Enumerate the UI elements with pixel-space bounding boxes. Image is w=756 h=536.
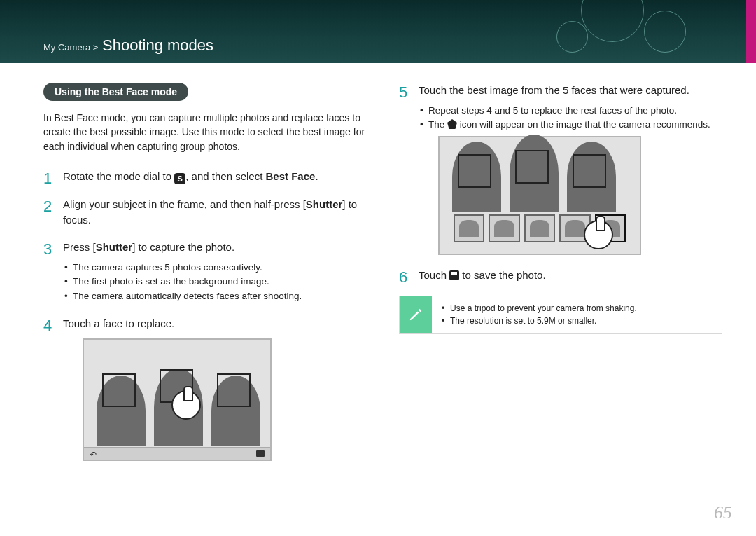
- step-text: Align your subject in the frame, and the…: [63, 198, 306, 210]
- note-bullet: Use a tripod to prevent your camera from…: [442, 302, 712, 315]
- note-pen-icon: [400, 296, 432, 333]
- step-text: Rotate the mode dial to: [63, 170, 174, 182]
- step-5-bullets: Repeat steps 4 and 5 to replace the rest…: [419, 104, 722, 132]
- step-4: 4 Touch a face to replace. ↶: [43, 316, 367, 461]
- steps-list-right: 5 Touch the best image from the 5 faces …: [399, 83, 722, 283]
- step-number: 3: [43, 238, 52, 261]
- face-box-icon: [102, 373, 136, 407]
- step-text: , and then select: [186, 170, 265, 182]
- bullet-text: The: [428, 119, 447, 130]
- step-3: 3 Press [Shutter] to capture the photo. …: [43, 240, 367, 303]
- page-title: Shooting modes: [102, 36, 214, 54]
- step-text: Press [: [63, 241, 96, 253]
- header-decor: [518, 0, 728, 63]
- step-number: 1: [43, 167, 52, 190]
- figure-select-best: [438, 136, 641, 255]
- breadcrumb-parent: My Camera >: [43, 42, 98, 53]
- step-bold: Shutter: [96, 241, 133, 253]
- steps-list-left: 1 Rotate the mode dial to S, and then se…: [43, 169, 367, 461]
- mode-dial-s-icon: S: [174, 173, 186, 184]
- bullet-text: icon will appear on the image that the c…: [457, 119, 710, 130]
- face-thumb: [489, 214, 519, 242]
- face-box-icon: [217, 373, 251, 407]
- breadcrumb: My Camera > Shooting modes: [43, 36, 214, 55]
- figure-touch-face: ↶: [83, 338, 272, 461]
- note-box: Use a tripod to prevent your camera from…: [399, 296, 722, 334]
- step-number: 2: [43, 195, 52, 218]
- recommend-icon: [447, 119, 457, 129]
- step-1: 1 Rotate the mode dial to S, and then se…: [43, 169, 367, 184]
- face-thumb: [524, 214, 555, 242]
- face-box-icon: [573, 154, 606, 188]
- step-6: 6 Touch to save the photo.: [399, 268, 722, 283]
- step-2: 2 Align your subject in the frame, and t…: [43, 197, 367, 228]
- page-header: My Camera > Shooting modes: [0, 0, 756, 63]
- note-bullet: The resolution is set to 5.9M or smaller…: [442, 315, 712, 327]
- face-box-icon: [458, 154, 491, 188]
- step-text: Touch: [419, 269, 449, 281]
- figure-toolbar: ↶: [84, 447, 270, 460]
- accent-bar: [746, 0, 756, 63]
- step-number: 4: [43, 315, 52, 337]
- bullet: The icon will appear on the image that t…: [419, 118, 722, 132]
- step-text: .: [315, 170, 318, 182]
- left-column: Using the Best Face mode In Best Face mo…: [43, 83, 367, 474]
- page-number: 65: [714, 502, 732, 523]
- face-thumb: [454, 214, 484, 242]
- bullet: Repeat steps 4 and 5 to replace the rest…: [419, 104, 722, 118]
- content-area: Using the Best Face mode In Best Face mo…: [0, 63, 756, 474]
- save-icon: [449, 270, 459, 280]
- touch-hand-icon: [172, 390, 201, 420]
- step-text: ] to capture the photo.: [132, 241, 234, 253]
- intro-text: In Best Face mode, you can capture multi…: [43, 111, 367, 153]
- step-text: Touch a face to replace.: [63, 317, 174, 329]
- bullet: The first photo is set as the background…: [63, 275, 367, 289]
- section-heading-pill: Using the Best Face mode: [43, 83, 188, 101]
- step-text: to save the photo.: [459, 269, 545, 281]
- face-box-icon: [515, 150, 549, 184]
- step-number: 6: [399, 266, 407, 289]
- note-body: Use a tripod to prevent your camera from…: [432, 296, 722, 333]
- back-icon: ↶: [90, 449, 97, 461]
- step-3-bullets: The camera captures 5 photos consecutive…: [63, 261, 367, 303]
- step-bold: Shutter: [306, 198, 343, 210]
- touch-hand-icon: [584, 220, 613, 249]
- step-text: Touch the best image from the 5 faces th…: [419, 84, 690, 96]
- step-5: 5 Touch the best image from the 5 faces …: [399, 83, 722, 255]
- step-bold: Best Face: [266, 170, 316, 182]
- step-number: 5: [399, 81, 407, 104]
- bullet: The camera automatically detects faces a…: [63, 289, 367, 303]
- bullet: The camera captures 5 photos consecutive…: [63, 261, 367, 275]
- save-icon: [256, 450, 265, 457]
- right-column: 5 Touch the best image from the 5 faces …: [399, 83, 722, 474]
